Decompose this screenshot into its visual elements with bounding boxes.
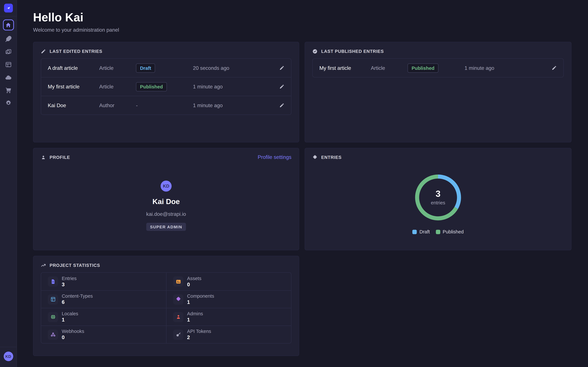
home-icon — [5, 22, 11, 28]
stat-label: Entries — [62, 276, 77, 281]
last-edited-table: A draft article Article Draft 20 seconds… — [41, 58, 292, 115]
status-badge: Published — [407, 63, 438, 72]
cloud-icon — [5, 74, 12, 81]
sidebar-item-content-type-builder[interactable] — [4, 60, 13, 69]
stat-value: 2 — [187, 334, 211, 340]
edit-entry-button[interactable] — [546, 65, 557, 71]
sidebar: KD — [0, 0, 17, 367]
entry-time: 20 seconds ago — [193, 65, 273, 71]
stat-webhooks: Webhooks0 — [41, 325, 166, 343]
entry-type: Article — [99, 65, 136, 71]
stat-value: 3 — [62, 281, 77, 287]
entry-name: My first article — [48, 84, 99, 90]
card-title: ENTRIES — [321, 155, 342, 160]
pencil-icon — [279, 84, 285, 89]
stat-value: 0 — [187, 281, 201, 287]
page-subtitle: Welcome to your administration panel — [33, 27, 572, 33]
stat-label: Assets — [187, 276, 201, 281]
card-title: LAST PUBLISHED ENTRIES — [321, 49, 384, 54]
stat-value: 1 — [187, 317, 203, 323]
stat-label: API Tokens — [187, 329, 211, 334]
feather-icon — [5, 35, 12, 42]
stat-label: Admins — [187, 311, 203, 317]
main-content: Hello Kai Welcome to your administration… — [17, 0, 588, 367]
card-header: LAST PUBLISHED ENTRIES — [312, 49, 564, 54]
entries-total-label: entries — [431, 200, 445, 206]
sidebar-nav — [3, 19, 14, 108]
entry-type: Article — [371, 65, 407, 71]
sidebar-bottom-divider — [0, 347, 17, 347]
legend-item-published: Published — [436, 229, 464, 234]
stat-content-types: Content-Types6 — [41, 290, 166, 308]
card-header: PROFILE — [41, 155, 292, 160]
last-published-table: My first article Article Published 1 min… — [312, 58, 564, 77]
webhook-icon — [48, 329, 58, 340]
sidebar-user-avatar[interactable]: KD — [3, 352, 13, 361]
strapi-logo-icon[interactable] — [4, 4, 13, 13]
edit-entry-button[interactable] — [273, 84, 285, 89]
stat-api-tokens: API Tokens2 — [166, 325, 291, 343]
layout-icon — [48, 294, 58, 304]
stat-value: 1 — [62, 317, 78, 323]
role-badge: SUPER ADMIN — [146, 223, 186, 231]
last-edited-entries-card: LAST EDITED ENTRIES A draft article Arti… — [33, 42, 299, 142]
sidebar-divider — [0, 16, 17, 17]
sidebar-item-media-library[interactable] — [4, 47, 13, 56]
status-badge: Published — [136, 82, 167, 91]
entries-card: ENTRIES 3 entries — [305, 148, 571, 250]
last-published-entries-card: LAST PUBLISHED ENTRIES My first article … — [305, 42, 571, 142]
edit-entry-button[interactable] — [273, 65, 285, 71]
cart-icon — [5, 87, 12, 94]
card-title: PROFILE — [50, 155, 70, 160]
gear-icon — [5, 100, 12, 107]
profile-settings-link[interactable]: Profile settings — [258, 154, 292, 160]
stat-label: Webhooks — [62, 329, 84, 334]
sidebar-item-deploy[interactable] — [4, 73, 13, 82]
sidebar-item-content-manager[interactable] — [4, 34, 13, 43]
stat-components: Components1 — [166, 290, 291, 308]
entry-time: 1 minute ago — [193, 84, 273, 90]
page-title: Hello Kai — [33, 12, 572, 23]
avatar: KD — [161, 181, 172, 192]
check-circle-icon — [312, 49, 318, 54]
pencil-icon — [279, 103, 285, 108]
key-icon — [173, 329, 183, 340]
stat-entries: Entries3 — [41, 273, 166, 290]
table-row[interactable]: A draft article Article Draft 20 seconds… — [41, 59, 291, 77]
pencil-icon — [552, 65, 557, 71]
profile-body: KD Kai Doe kai.doe@strapi.io SUPER ADMIN — [41, 181, 292, 231]
published-swatch — [436, 230, 440, 234]
table-row[interactable]: Kai Doe Author - 1 minute ago — [41, 96, 291, 115]
card-title: LAST EDITED ENTRIES — [50, 49, 102, 54]
chart-legend: Draft Published — [412, 229, 464, 234]
legend-label: Draft — [419, 229, 430, 234]
stat-label: Components — [187, 294, 214, 299]
stat-label: Content-Types — [62, 294, 93, 299]
stat-value: 0 — [62, 334, 84, 340]
stat-value: 6 — [62, 299, 93, 305]
draft-swatch — [412, 230, 417, 234]
table-row[interactable]: My first article Article Published 1 min… — [313, 59, 563, 77]
donut-center: 3 entries — [412, 172, 464, 223]
sidebar-item-home[interactable] — [3, 19, 14, 31]
pencil-icon — [279, 65, 285, 71]
profile-email: kai.doe@strapi.io — [146, 211, 186, 217]
user-icon — [173, 312, 183, 322]
edit-entry-button[interactable] — [273, 103, 285, 108]
file-icon — [48, 276, 58, 287]
entry-status: Draft — [136, 63, 193, 72]
entry-type: Article — [99, 84, 136, 90]
trend-icon — [41, 263, 46, 268]
entry-type: Author — [99, 102, 136, 108]
table-row[interactable]: My first article Article Published 1 min… — [41, 77, 291, 96]
sidebar-item-marketplace[interactable] — [4, 86, 13, 95]
card-title: PROJECT STATISTICS — [50, 263, 100, 268]
entry-time: 1 minute ago — [193, 102, 273, 108]
profile-name: Kai Doe — [152, 198, 180, 206]
entry-status: Published — [407, 63, 465, 72]
sidebar-bottom: KD — [0, 347, 17, 367]
entries-total: 3 — [436, 189, 441, 198]
pencil-icon — [41, 49, 46, 54]
sidebar-item-settings[interactable] — [4, 99, 13, 108]
globe-icon — [48, 312, 58, 322]
